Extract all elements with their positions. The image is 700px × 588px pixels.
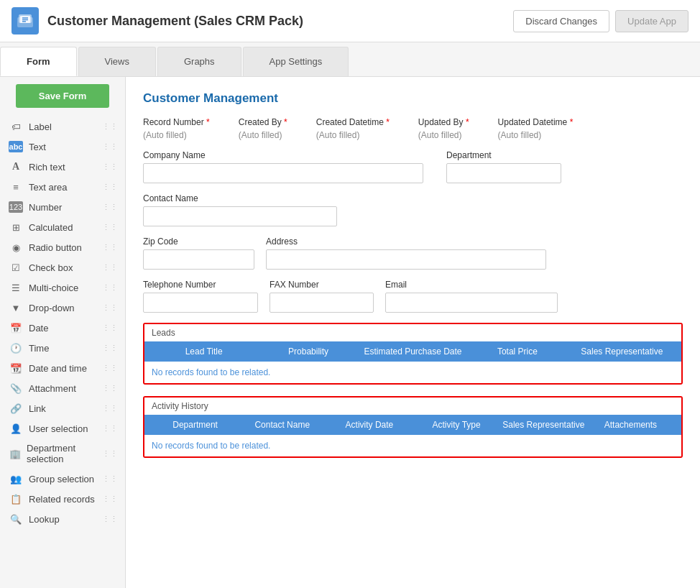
record-number-label: Record Number * (143, 117, 210, 127)
app-title: Customer Management (Sales CRM Pack) (47, 14, 303, 29)
contact-name-input[interactable] (143, 206, 337, 226)
required-star: * (284, 117, 287, 127)
telephone-field: Telephone Number (143, 280, 258, 313)
sidebar-item-calculated[interactable]: ⊞ Calculated ⋮⋮ (0, 217, 125, 237)
activity-empty: No records found to be related. (144, 435, 681, 456)
user-selection-icon: 👤 (9, 423, 23, 434)
sidebar-item-date[interactable]: 📅 Date ⋮⋮ (0, 318, 125, 338)
sidebar-item-time[interactable]: 🕐 Time ⋮⋮ (0, 338, 125, 358)
email-input[interactable] (385, 293, 558, 313)
sidebar-item-link[interactable]: 🔗 Link ⋮⋮ (0, 398, 125, 418)
drag-handle: ⋮⋮ (102, 495, 118, 504)
leads-col-1: Probability (256, 346, 360, 357)
drag-handle: ⋮⋮ (102, 474, 118, 484)
updated-by-field: Updated By * (Auto filled) (418, 117, 469, 140)
sidebar-item-date-time[interactable]: 📆 Date and time ⋮⋮ (0, 358, 125, 378)
activity-col-5: Attachements (587, 420, 674, 430)
company-dept-row: Company Name Department (143, 150, 683, 183)
form-area: Customer Management Record Number * (Aut… (126, 77, 700, 588)
drag-handle: ⋮⋮ (102, 243, 118, 252)
drag-handle: ⋮⋮ (102, 183, 118, 192)
telephone-input[interactable] (143, 293, 258, 313)
main-layout: Save Form 🏷 Label ⋮⋮ abc Text ⋮⋮ A Rich … (0, 77, 700, 588)
drag-handle: ⋮⋮ (102, 142, 118, 152)
updated-by-autofill: (Auto filled) (418, 130, 469, 140)
sidebar-item-lookup[interactable]: 🔍 Lookup ⋮⋮ (0, 509, 125, 529)
activity-col-3: Activity Type (413, 420, 500, 430)
drag-handle: ⋮⋮ (102, 515, 118, 524)
drag-handle: ⋮⋮ (102, 384, 118, 393)
sidebar-item-label[interactable]: 🏷 Label ⋮⋮ (0, 116, 125, 137)
drag-handle: ⋮⋮ (102, 162, 118, 172)
company-name-input[interactable] (143, 163, 423, 183)
time-icon: 🕐 (9, 342, 23, 354)
calculated-icon: ⊞ (9, 221, 23, 233)
drag-handle: ⋮⋮ (102, 223, 118, 232)
tab-form[interactable]: Form (0, 47, 77, 76)
department-input[interactable] (446, 163, 561, 183)
address-input[interactable] (266, 249, 546, 270)
sidebar-item-number[interactable]: 123 Number ⋮⋮ (0, 197, 125, 217)
sidebar-item-radio[interactable]: ◉ Radio button ⋮⋮ (0, 237, 125, 257)
checkbox-icon: ☑ (9, 262, 23, 273)
discard-button[interactable]: Discard Changes (513, 10, 609, 32)
sidebar-item-text-area[interactable]: ≡ Text area ⋮⋮ (0, 177, 125, 197)
update-button[interactable]: Update App (615, 10, 689, 32)
leads-col-0: Lead Title (152, 346, 256, 357)
sidebar-item-dropdown[interactable]: ▼ Drop-down ⋮⋮ (0, 298, 125, 318)
sidebar-item-related-records[interactable]: 📋 Related records ⋮⋮ (0, 489, 125, 509)
sidebar-item-user-selection[interactable]: 👤 User selection ⋮⋮ (0, 418, 125, 438)
required-star: * (466, 117, 469, 127)
contact-name-label: Contact Name (143, 193, 337, 203)
department-field: Department (446, 150, 561, 183)
link-icon: 🔗 (9, 403, 23, 414)
tab-graphs[interactable]: Graphs (157, 47, 241, 76)
created-datetime-autofill: (Auto filled) (316, 130, 390, 140)
multi-choice-icon: ☰ (9, 282, 23, 293)
drag-handle: ⋮⋮ (102, 263, 118, 272)
zip-code-label: Zip Code (143, 236, 254, 247)
form-title: Customer Management (143, 91, 683, 106)
drag-handle: ⋮⋮ (102, 303, 118, 313)
zip-code-field: Zip Code (143, 236, 254, 270)
tel-fax-email-row: Telephone Number FAX Number Email (143, 280, 683, 313)
updated-datetime-label: Updated Datetime * (498, 117, 574, 127)
activity-section: Activity History Department Contact Name… (143, 396, 683, 458)
dropdown-icon: ▼ (9, 302, 23, 313)
record-number-field: Record Number * (Auto filled) (143, 117, 210, 140)
leads-empty: No records found to be related. (144, 362, 681, 383)
save-form-button[interactable]: Save Form (16, 84, 109, 108)
sidebar-item-checkbox[interactable]: ☑ Check box ⋮⋮ (0, 257, 125, 277)
drag-handle: ⋮⋮ (102, 424, 118, 433)
header-left: Customer Management (Sales CRM Pack) (11, 7, 303, 35)
sidebar-item-rich-text[interactable]: A Rich text ⋮⋮ (0, 157, 125, 177)
sidebar-item-multi-choice[interactable]: ☰ Multi-choice ⋮⋮ (0, 277, 125, 298)
fax-input[interactable] (270, 293, 374, 313)
company-name-label: Company Name (143, 150, 423, 160)
tab-app-settings[interactable]: App Settings (243, 47, 349, 76)
leads-col-3: Total Price (465, 346, 569, 357)
fax-field: FAX Number (270, 280, 374, 313)
attachment-icon: 📎 (9, 382, 23, 394)
sidebar-item-group-selection[interactable]: 👥 Group selection ⋮⋮ (0, 469, 125, 489)
header-buttons: Discard Changes Update App (513, 10, 689, 32)
dept-icon: 🏢 (9, 448, 21, 459)
created-datetime-field: Created Datetime * (Auto filled) (316, 117, 390, 140)
zip-code-input[interactable] (143, 249, 254, 270)
lookup-icon: 🔍 (9, 513, 23, 525)
record-number-autofill: (Auto filled) (143, 130, 210, 140)
tabs-bar: Form Views Graphs App Settings (0, 42, 700, 77)
sidebar-item-text[interactable]: abc Text ⋮⋮ (0, 137, 125, 157)
sidebar-item-attachment[interactable]: 📎 Attachment ⋮⋮ (0, 378, 125, 398)
created-by-field: Created By * (Auto filled) (239, 117, 287, 140)
tab-views[interactable]: Views (78, 47, 156, 76)
number-icon: 123 (9, 201, 23, 213)
sidebar-item-dept-selection[interactable]: 🏢 Department selection ⋮⋮ (0, 438, 125, 469)
activity-col-4: Sales Representative (500, 420, 587, 430)
activity-col-2: Activity Date (326, 420, 413, 430)
address-field: Address (266, 236, 546, 270)
date-icon: 📅 (9, 322, 23, 334)
created-by-label: Created By * (239, 117, 287, 127)
app-header: Customer Management (Sales CRM Pack) Dis… (0, 0, 700, 42)
drag-handle: ⋮⋮ (102, 404, 118, 413)
